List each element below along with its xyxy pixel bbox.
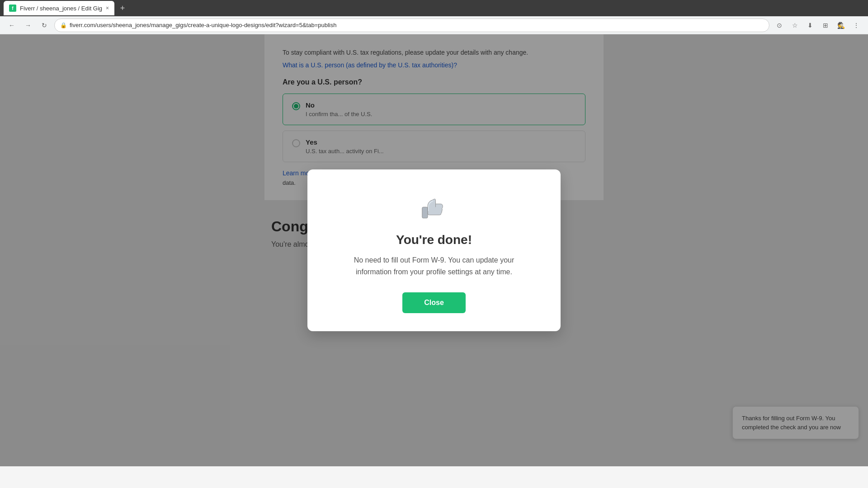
tab-bar: f Fiverr / sheena_jones / Edit Gig × + — [0, 0, 868, 16]
page-content: To stay compliant with U.S. tax regulati… — [0, 34, 868, 466]
more-menu-button[interactable]: ⋮ — [850, 19, 863, 32]
refresh-button[interactable]: ↻ — [38, 19, 51, 32]
modal-body-line2: information from your profile settings a… — [356, 268, 512, 276]
svg-rect-0 — [422, 207, 428, 219]
lock-icon: 🔒 — [60, 22, 67, 28]
address-bar[interactable]: 🔒 fiverr.com/users/sheena_jones/manage_g… — [54, 19, 769, 32]
incognito-button: 🕵 — [835, 19, 847, 32]
browser-actions: ⊙ ☆ ⬇ ⊞ 🕵 ⋮ — [773, 19, 863, 32]
modal-body: No need to fill out Form W-9. You can up… — [335, 254, 533, 277]
download-button[interactable]: ⬇ — [804, 19, 816, 32]
reader-mode-button[interactable]: ⊙ — [773, 19, 786, 32]
new-tab-button[interactable]: + — [116, 2, 129, 14]
modal-close-button[interactable]: Close — [402, 292, 466, 313]
modal-title: You're done! — [335, 233, 533, 247]
modal-overlay: You're done! No need to fill out Form W-… — [0, 34, 868, 466]
tab-close-button[interactable]: × — [106, 5, 109, 11]
forward-button[interactable]: → — [22, 19, 34, 32]
tab-title: Fiverr / sheena_jones / Edit Gig — [20, 5, 102, 12]
modal-body-line1: No need to fill out Form W-9. You can up… — [354, 256, 514, 264]
url-text: fiverr.com/users/sheena_jones/manage_gig… — [70, 22, 336, 28]
thumbs-up-icon — [418, 192, 450, 224]
extensions-button[interactable]: ⊞ — [819, 19, 832, 32]
bookmark-button[interactable]: ☆ — [788, 19, 801, 32]
tab-favicon: f — [9, 5, 16, 12]
back-button[interactable]: ← — [5, 19, 18, 32]
modal-dialog: You're done! No need to fill out Form W-… — [307, 169, 561, 331]
address-bar-row: ← → ↻ 🔒 fiverr.com/users/sheena_jones/ma… — [0, 16, 868, 34]
active-tab[interactable]: f Fiverr / sheena_jones / Edit Gig × — [4, 1, 114, 15]
